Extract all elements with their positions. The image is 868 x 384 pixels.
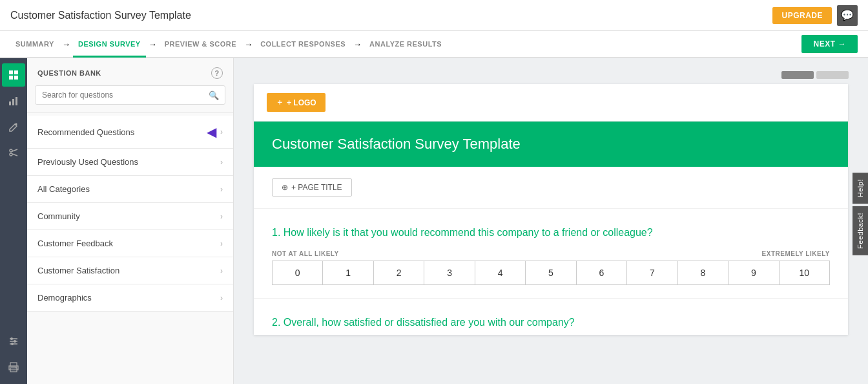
top-bar-actions: UPGRADE 💬 [772,5,858,26]
svg-rect-3 [14,76,18,80]
nav-arrow-4: → [353,39,362,49]
nps-cell-2[interactable]: 2 [374,261,424,284]
survey-logo-bar: ＋ + LOGO [254,84,848,122]
category-previously-used[interactable]: Previously Used Questions › [27,149,233,176]
main-content: ＋ + LOGO Customer Satisfaction Survey Te… [234,58,868,384]
svg-point-14 [10,337,13,340]
chat-button[interactable]: 💬 [837,5,858,26]
upgrade-button[interactable]: UPGRADE [772,7,832,24]
nps-cell-3[interactable]: 3 [424,261,475,284]
nav-arrow-2: → [149,39,157,49]
scroll-controls [253,71,849,79]
category-customer-feedback[interactable]: Customer Feedback › [27,230,233,257]
question-bank-search: 🔍 [35,85,225,105]
nav-step-collect[interactable]: COLLECT RESPONSES [255,32,351,58]
icon-nav-layers[interactable] [2,63,25,87]
svg-point-15 [14,340,16,343]
nps-cell-7[interactable]: 7 [627,261,677,284]
logo-button[interactable]: ＋ + LOGO [267,93,326,112]
chevron-icon-community: › [220,212,223,221]
nav-step-preview[interactable]: PREVIEW & SCORE [160,32,242,58]
svg-rect-5 [12,99,14,105]
svg-point-8 [10,153,12,156]
app-title: Customer Satisfaction Survey Template [10,10,191,21]
svg-rect-6 [16,97,17,105]
chevron-icon-previously-used: › [220,158,223,167]
svg-point-20 [16,367,17,368]
category-all-categories[interactable]: All Categories › [27,176,233,203]
nps-cell-4[interactable]: 4 [475,261,526,284]
question-2-text: 2. Overall, how satisfied or dissatisfie… [254,299,848,335]
nps-label-left: NOT AT ALL LIKELY [272,250,339,257]
nps-cell-8[interactable]: 8 [678,261,728,284]
svg-rect-1 [14,70,18,74]
next-button[interactable]: NEXT → [801,35,858,53]
survey-canvas: ＋ + LOGO Customer Satisfaction Survey Te… [254,84,848,335]
chevron-icon-customer-satisfaction: › [220,266,223,275]
nav-step-design[interactable]: DESIGN SURVEY [73,32,146,58]
svg-line-9 [12,149,17,151]
svg-point-7 [10,149,12,152]
scroll-up-btn[interactable] [781,71,814,79]
category-community[interactable]: Community › [27,203,233,230]
nps-cell-5[interactable]: 5 [526,261,576,284]
nav-steps: SUMMARY → DESIGN SURVEY → PREVIEW & SCOR… [10,31,447,57]
nps-cell-10[interactable]: 10 [780,261,829,284]
svg-rect-2 [9,76,13,80]
plus-icon: ＋ [276,97,284,108]
survey-page-title-bar: ⊕ + PAGE TITLE [254,167,848,209]
nps-cell-6[interactable]: 6 [577,261,627,284]
category-recommended[interactable]: Recommended Questions ◀ › [27,116,233,149]
category-demographics[interactable]: Demographics › [27,284,233,312]
scroll-down-btn[interactable] [816,71,849,79]
nav-bar: SUMMARY → DESIGN SURVEY → PREVIEW & SCOR… [0,31,868,58]
question-bank-header: QUESTION BANK ? [27,58,233,85]
nps-cell-1[interactable]: 1 [323,261,373,284]
chevron-icon-all-categories: › [220,185,223,194]
nps-label-right: EXTREMELY LIKELY [762,250,830,257]
survey-title: Customer Satisfaction Survey Template [272,136,830,153]
recommended-arrow-indicator: ◀ [207,124,216,140]
nav-step-summary[interactable]: SUMMARY [10,32,59,58]
icon-nav-print[interactable] [2,356,25,379]
nps-labels: NOT AT ALL LIKELY EXTREMELY LIKELY [272,250,830,257]
nps-scale: 0 1 2 3 4 5 6 7 8 9 10 [272,261,830,285]
chevron-icon-customer-feedback: › [220,239,223,248]
main-layout: QUESTION BANK ? 🔍 Recommended Questions … [0,58,868,384]
nav-arrow-3: → [244,39,253,49]
chevron-icon-recommended: › [220,127,223,136]
svg-line-10 [12,154,17,156]
question-1-block: 1. How likely is it that you would recom… [254,209,848,299]
nav-step-analyze[interactable]: ANALYZE RESULTS [364,32,447,58]
question-1-text: 1. How likely is it that you would recom… [272,227,830,239]
category-customer-satisfaction[interactable]: Customer Satisfaction › [27,257,233,284]
svg-point-16 [11,343,14,345]
icon-nav-scissors[interactable] [2,141,25,164]
icon-nav-pencil[interactable] [2,115,25,138]
svg-rect-0 [9,70,13,74]
page-title-button[interactable]: ⊕ + PAGE TITLE [272,178,352,197]
svg-rect-4 [9,101,11,105]
question-bank-panel: QUESTION BANK ? 🔍 Recommended Questions … [27,58,234,384]
side-tabs: Help! Feedback! [852,173,868,255]
icon-nav-chart[interactable] [2,89,25,112]
question-bank-title: QUESTION BANK [37,69,101,77]
nav-arrow-1: → [62,39,70,49]
nps-cell-9[interactable]: 9 [728,261,779,284]
icon-nav-sliders[interactable] [2,330,25,353]
top-bar: Customer Satisfaction Survey Template UP… [0,0,868,31]
search-input[interactable] [35,85,225,105]
help-tab[interactable]: Help! [852,173,868,204]
survey-header-band: Customer Satisfaction Survey Template [254,122,848,167]
qb-divider [27,112,233,113]
icon-nav [0,58,27,384]
nps-cell-0[interactable]: 0 [273,261,323,284]
chevron-icon-demographics: › [220,293,223,303]
question-bank-help-icon[interactable]: ? [211,67,223,79]
circle-plus-icon: ⊕ [282,183,288,192]
feedback-tab[interactable]: Feedback! [852,206,868,255]
search-icon: 🔍 [209,91,219,100]
